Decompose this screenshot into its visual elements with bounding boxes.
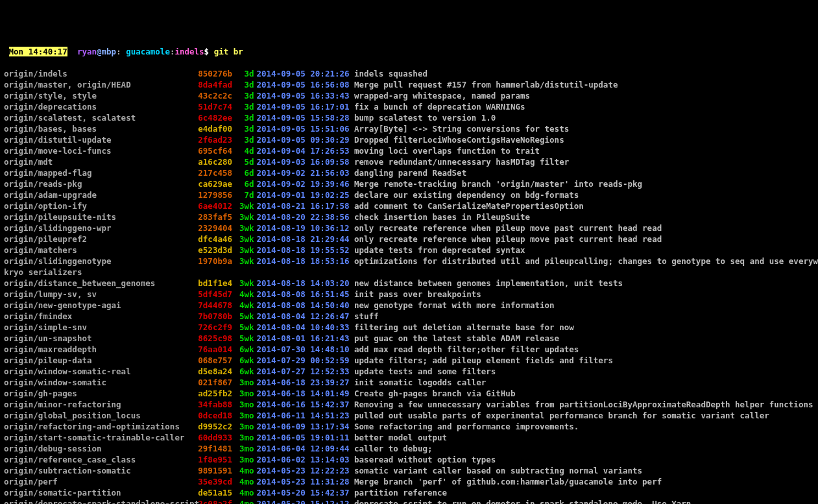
branch-row: origin/lumpy-sv, sv5df45d7 4wk2014-08-08…	[4, 289, 814, 300]
commit-message: bump scalatest to version 1.0	[354, 113, 496, 123]
branch-name: origin/indels	[4, 68, 196, 79]
date: 2014-09-02 19:39:46	[257, 179, 350, 189]
branch-name: origin/style, style	[4, 90, 196, 101]
branch-name: origin/perf	[4, 476, 196, 487]
commit-message: only recreate reference when pileup move…	[354, 234, 662, 244]
timestamp: Mon 14:40:17	[9, 47, 67, 56]
commit-message: new genotype format with more informatio…	[354, 300, 555, 310]
branch-name: origin/fmindex	[4, 311, 196, 322]
commit-hash: 1279856	[196, 189, 232, 200]
branch-row: origin/refactoring-and-optimizationsd995…	[4, 421, 814, 432]
branch-name: origin/slidinggeno-wpr	[4, 222, 196, 234]
branch-row: origin/deprecate-spark-standalone-script…	[4, 498, 814, 504]
branch-name: origin/deprecate-spark-standalone-script	[4, 498, 196, 504]
branch-row: origin/indels850276b 3d2014-09-05 20:21:…	[4, 68, 814, 79]
branch-name: origin/mdt	[4, 156, 196, 167]
commit-message: update filters; add pileup element field…	[354, 355, 613, 365]
commit-message: pulled out usable parts of experimental …	[354, 411, 769, 420]
date: 2014-06-09 13:17:34	[257, 422, 350, 431]
branch-row: origin/gh-pagesad25fb2 3mo2014-06-18 14:…	[4, 388, 814, 399]
commit-message: optimizations for distributed util and p…	[354, 256, 818, 266]
branch-name: origin/minor-refactoring	[4, 399, 196, 410]
commit-message: new distance between genomes implementat…	[354, 278, 623, 288]
commit-hash: 0dced18	[196, 410, 232, 421]
commit-message: Dropped filterLociWhoseContigsHaveNoRegi…	[354, 135, 564, 145]
commit-message: init pass over breakpoints	[354, 289, 481, 299]
age: 4wk	[237, 300, 257, 311]
commit-message: moving loci overlaps function to trait	[354, 146, 540, 156]
command[interactable]: git br	[214, 47, 243, 56]
branch-row: origin/style, style43c2c2c 3d2014-09-05 …	[4, 90, 814, 101]
age: 3mo	[237, 388, 257, 399]
branch-row: origin/simple-snv726c2f9 5wk2014-08-04 1…	[4, 322, 814, 333]
commit-hash: 5df45d7	[196, 289, 232, 300]
commit-hash: 695cf64	[196, 145, 232, 156]
commit-hash: 850276b	[196, 68, 232, 79]
terminal[interactable]: Mon 14:40:17 ryan@mbp: guacamole:indels$…	[4, 46, 814, 504]
branch-name: origin/option-ify	[4, 200, 196, 211]
age: 4mo	[237, 465, 257, 476]
branch-name: origin/reads-pkg	[4, 178, 196, 189]
branch-name: origin/pileup-data	[4, 355, 196, 366]
date: 2014-05-23 11:31:28	[257, 477, 350, 486]
age: 4wk	[237, 289, 257, 300]
branch-name: origin/refactoring-and-optimizations	[4, 421, 196, 432]
commit-message: Create gh-pages branch via GitHub	[354, 389, 515, 398]
branch-row: origin/window-somatic021f867 3mo2014-06-…	[4, 377, 814, 388]
commit-hash: 9891591	[196, 465, 232, 476]
date: 2014-06-05 19:01:11	[257, 433, 350, 442]
date: 2014-07-30 14:48:10	[257, 344, 350, 354]
commit-hash: ad25fb2	[196, 388, 232, 399]
date: 2014-06-18 14:01:49	[257, 389, 350, 398]
commit-hash: 29f1481	[196, 443, 232, 454]
date: 2014-09-04 17:26:53	[257, 146, 350, 156]
date: 2014-05-20 15:42:37	[257, 488, 350, 498]
branch-name: origin/deprecations	[4, 101, 196, 112]
commit-message: better model output	[354, 433, 447, 442]
date: 2014-08-18 21:29:44	[257, 234, 350, 244]
date: 2014-09-05 15:51:06	[257, 124, 350, 134]
branch-row: origin/new-genotype-agai7d44678 4wk2014-…	[4, 300, 814, 311]
age: 5d	[237, 156, 257, 167]
commit-message: Merge remote-tracking branch 'origin/mas…	[354, 179, 642, 189]
branch-name: origin/window-somatic	[4, 377, 196, 388]
commit-message: update tests from deprecated syntax	[354, 245, 525, 255]
commit-hash: 8da4fad	[196, 79, 232, 90]
branch-name: origin/new-genotype-agai	[4, 300, 196, 311]
commit-message: Merge branch 'perf' of github.com:hammer…	[354, 477, 662, 486]
branch-row: origin/un-snapshot8625c98 5wk2014-08-01 …	[4, 333, 814, 344]
age: 3d	[237, 79, 257, 90]
branch-row: origin/mapped-flag217c458 6d2014-09-02 2…	[4, 167, 814, 178]
date: 2014-09-05 16:56:08	[257, 80, 350, 90]
age: 3wk	[237, 200, 257, 211]
commit-hash: 1f8e951	[196, 454, 232, 465]
age: 4mo	[237, 487, 257, 498]
age: 3d	[237, 134, 257, 145]
commit-message: Some refactoring and performance improve…	[354, 422, 579, 431]
branch-row: origin/master, origin/HEAD8da4fad 3d2014…	[4, 79, 814, 90]
commit-hash: 51d7c74	[196, 101, 232, 112]
branch-name: origin/distutil-update	[4, 134, 196, 145]
branch-row: origin/option-ify6ae4012 3wk2014-08-21 1…	[4, 200, 814, 211]
commit-hash: 43c2c2c	[196, 90, 232, 101]
date: 2014-09-05 20:21:26	[257, 69, 350, 78]
commit-hash: 6c482ee	[196, 112, 232, 123]
branch-name: origin/scalatest, scalatest	[4, 112, 196, 123]
commit-message: only recreate reference when pileup move…	[354, 223, 662, 233]
date: 2014-09-05 09:30:29	[257, 135, 350, 145]
branch-row: origin/slidinggeno-wpr2329404 3wk2014-08…	[4, 222, 814, 234]
commit-message: Merge pull request #157 from hammerlab/d…	[354, 80, 618, 90]
branch-row: origin/matcherse523d3d 3wk2014-08-18 19:…	[4, 245, 814, 256]
commit-hash: 021f867	[196, 377, 232, 388]
branch-name: origin/adam-upgrade	[4, 189, 196, 200]
age: 3mo	[237, 399, 257, 410]
age: 3wk	[237, 211, 257, 222]
age: 3wk	[237, 256, 257, 267]
commit-hash: 7b0780b	[196, 311, 232, 322]
commit-message: filtering out deletion alternate base fo…	[354, 322, 574, 332]
branch-row: origin/distutil-update2f6ad23 3d2014-09-…	[4, 134, 814, 145]
commit-message: init somatic logodds caller	[354, 378, 486, 387]
commit-hash: ca629ae	[196, 178, 232, 189]
date: 2014-08-08 16:51:45	[257, 289, 350, 299]
age: 6d	[237, 178, 257, 189]
